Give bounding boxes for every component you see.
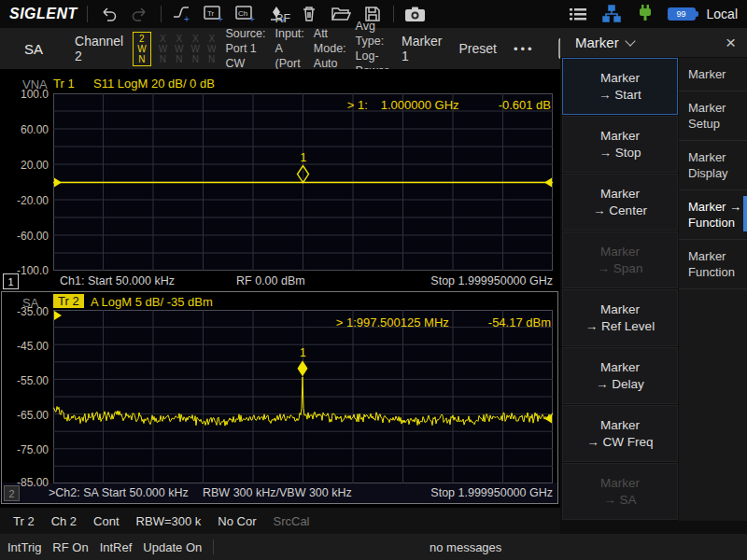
status-inttrig: IntTrig bbox=[7, 540, 41, 554]
menu-item-marker-display[interactable]: MarkerDisplay bbox=[679, 141, 747, 190]
system-status-bar: IntTrig RF On IntRef Update On no messag… bbox=[0, 534, 747, 560]
sa-plot[interactable]: 1 bbox=[53, 310, 553, 483]
status-tr[interactable]: Tr 2 bbox=[13, 514, 35, 528]
more-button[interactable]: ••• bbox=[510, 42, 539, 56]
sa-stop-label: Stop 1.999950000 GHz bbox=[430, 486, 553, 499]
sa-ytick: -65.00 bbox=[0, 409, 49, 422]
status-rbw[interactable]: RBW=300 k bbox=[136, 514, 202, 528]
marker-to-start-button[interactable]: Marker→ Start bbox=[562, 58, 678, 115]
menu-item-marker-setup[interactable]: MarkerSetup bbox=[679, 91, 747, 141]
svg-text:+: + bbox=[218, 14, 223, 24]
step-add-icon[interactable]: + bbox=[171, 4, 193, 24]
svg-text:+: + bbox=[249, 14, 255, 24]
svg-text:+: + bbox=[184, 14, 190, 24]
sa-channel-badge[interactable]: 2 bbox=[4, 485, 20, 501]
sa-ytick: -45.00 bbox=[0, 340, 49, 353]
marker-button[interactable]: Marker 1 bbox=[398, 34, 446, 63]
menu-item-marker-function-arrow[interactable]: Marker →Function bbox=[679, 190, 747, 240]
divider bbox=[87, 6, 88, 22]
instrument-screen: SIGLENT + Tr+ Ch+ + bbox=[0, 0, 747, 560]
menu-icon[interactable] bbox=[567, 4, 589, 24]
sa-start-label: >Ch2: SA Start 50.000 kHz bbox=[49, 486, 189, 499]
channel-slots: 2 W N XWN XWN XWN XWN bbox=[133, 32, 216, 66]
channel-slot-inactive[interactable]: XWN bbox=[191, 34, 200, 64]
vna-ytick: -60.00 bbox=[0, 230, 49, 243]
channel-slot-inactive[interactable]: XWN bbox=[207, 34, 216, 64]
titlebar-right: 99 Local bbox=[567, 4, 738, 24]
menu-item-marker-function[interactable]: MarkerFunction bbox=[679, 240, 747, 289]
att-mode-field[interactable]: Att Mode: Auto bbox=[314, 26, 346, 71]
divider bbox=[213, 539, 214, 554]
status-nocor[interactable]: No Cor bbox=[218, 514, 256, 528]
channel-slot-inactive[interactable]: XWN bbox=[159, 34, 167, 64]
marker-to-reflevel-button[interactable]: Marker→ Ref Level bbox=[562, 289, 678, 346]
svg-text:1: 1 bbox=[301, 151, 307, 164]
vna-channel-badge[interactable]: 1 bbox=[3, 273, 19, 289]
chevron-down-icon bbox=[625, 35, 635, 46]
sa-ytick: -55.00 bbox=[0, 374, 49, 387]
channel-slot-active[interactable]: 2 W N bbox=[133, 32, 150, 66]
vna-stop-label: Stop 1.999950000 GHz bbox=[430, 274, 553, 287]
svg-text:Ch: Ch bbox=[238, 9, 247, 18]
marker-to-center-button[interactable]: Marker→ Center bbox=[562, 174, 678, 231]
vna-ytick: 100.0 bbox=[0, 88, 49, 101]
channel-label[interactable]: Channel 2 bbox=[75, 34, 123, 63]
marker-menu-column: Marker MarkerSetup MarkerDisplay Marker … bbox=[679, 58, 747, 521]
sa-ytick: -75.00 bbox=[0, 443, 49, 456]
vna-marker-readout: > 1: 1.000000 GHz -0.601 dB bbox=[347, 98, 551, 112]
vna-ytick: -20.00 bbox=[0, 194, 49, 207]
menu-bar: SA Channel 2 2 W N XWN XWN XWN XWN Sourc… bbox=[0, 28, 560, 69]
marker-to-sa-button: Marker→ SA bbox=[562, 463, 678, 520]
battery-level: 99 bbox=[677, 9, 686, 19]
preset-button[interactable]: Preset bbox=[456, 41, 500, 56]
sa-marker-readout: > 1:997.500125 MHz -54.17 dBm bbox=[336, 315, 551, 329]
marker-to-stop-button[interactable]: Marker→ Stop bbox=[562, 116, 678, 173]
vna-plot[interactable]: 1 bbox=[53, 93, 553, 271]
vna-ytick: 20.00 bbox=[0, 159, 49, 172]
vna-trace-label[interactable]: Tr 1 bbox=[53, 77, 75, 91]
undo-icon[interactable] bbox=[97, 4, 120, 24]
plot-area: VNA Tr 1 S11 LogM 20 dB/ 0 dB 100.0 60.0… bbox=[0, 69, 560, 508]
marker-button-column: Marker→ Start Marker→ Stop Marker→ Cente… bbox=[562, 58, 678, 520]
menu-item-marker[interactable]: Marker bbox=[679, 58, 747, 91]
mode-label[interactable]: Local bbox=[707, 7, 738, 21]
status-cont[interactable]: Cont bbox=[93, 514, 119, 528]
battery-icon: 99 bbox=[668, 7, 696, 21]
panel-title[interactable]: Marker bbox=[575, 35, 619, 50]
folder-icon[interactable] bbox=[330, 4, 352, 24]
status-ch[interactable]: Ch 2 bbox=[51, 514, 77, 528]
app-selector[interactable]: SA bbox=[17, 41, 56, 57]
sa-trace-label[interactable]: Tr 2 bbox=[53, 294, 84, 308]
marker-to-cwfreq-button[interactable]: Marker→ CW Freq bbox=[562, 405, 678, 462]
status-srccal[interactable]: SrcCal bbox=[274, 514, 310, 528]
divider bbox=[161, 6, 162, 22]
network-icon[interactable] bbox=[600, 4, 623, 24]
status-rfon: RF On bbox=[52, 540, 88, 554]
camera-icon[interactable] bbox=[403, 4, 426, 24]
svg-text:1: 1 bbox=[300, 346, 306, 359]
panel-header: Marker × bbox=[560, 28, 747, 57]
vna-start-label: Ch1: Start 50.000 kHz bbox=[60, 274, 175, 287]
trace-add-icon[interactable]: Tr+ bbox=[203, 4, 225, 24]
vna-ytick: 60.00 bbox=[0, 123, 49, 136]
marker-side-panel: Marker × Marker→ Start Marker→ Stop Mark… bbox=[560, 28, 747, 534]
channel-add-icon[interactable]: Ch+ bbox=[234, 4, 257, 24]
siglent-logo: SIGLENT bbox=[9, 6, 78, 22]
trace-status-bar: Tr 2 Ch 2 Cont RBW=300 k No Cor SrcCal bbox=[0, 508, 560, 534]
svg-text:Tr: Tr bbox=[207, 9, 215, 18]
power-plug-icon[interactable] bbox=[634, 4, 656, 24]
channel-slot-inactive[interactable]: XWN bbox=[175, 34, 183, 64]
status-intref: IntRef bbox=[100, 540, 133, 554]
vna-trace-info[interactable]: S11 LogM 20 dB/ 0 dB bbox=[93, 77, 215, 91]
sa-trace-info[interactable]: A LogM 5 dB/ -35 dBm bbox=[91, 295, 213, 309]
redo-icon[interactable] bbox=[129, 4, 151, 24]
divider bbox=[393, 6, 394, 22]
message-area: no messages bbox=[430, 540, 501, 554]
status-update: Update On bbox=[143, 540, 202, 554]
vna-rf-label: RF 0.00 dBm bbox=[236, 274, 305, 287]
sa-rbw-label: RBW 300 kHz/VBW 300 kHz bbox=[203, 486, 352, 499]
marker-to-delay-button[interactable]: Marker→ Delay bbox=[562, 347, 678, 404]
close-icon[interactable]: × bbox=[726, 34, 736, 51]
marker-to-span-button: Marker→ Span bbox=[562, 231, 678, 288]
source-field[interactable]: Source: Port 1 CW bbox=[225, 26, 265, 71]
